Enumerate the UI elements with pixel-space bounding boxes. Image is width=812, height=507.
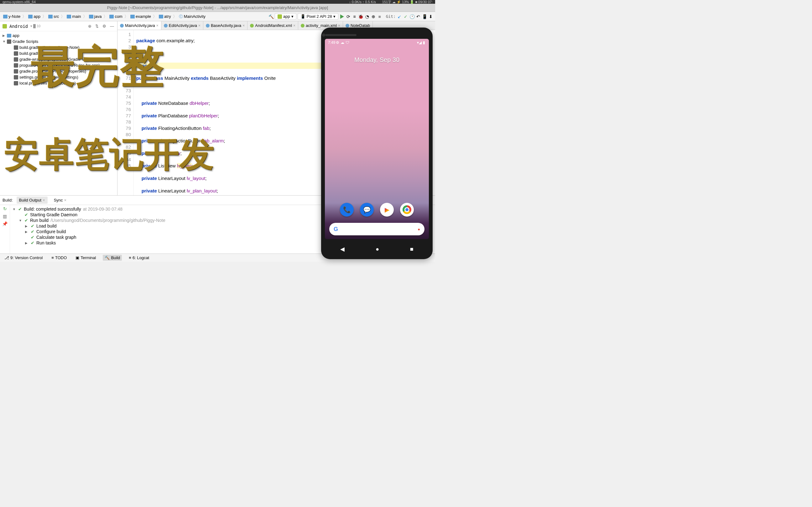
terminal-tab[interactable]: ▣ Terminal bbox=[73, 255, 98, 261]
play-store-icon[interactable]: ▶ bbox=[380, 203, 394, 217]
emulator-window[interactable]: 7:49 ⚙ ☁ 🛡 ▾◢ ▮ Monday, Sep 30 📞 💬 ▶ G ●… bbox=[321, 27, 433, 259]
hide-icon[interactable]: — bbox=[109, 23, 115, 29]
breadcrumb: y-Note〉 app〉 src〉 main〉 java〉 com〉 examp… bbox=[2, 13, 207, 20]
logcat-tab[interactable]: ≡ 6: Logcat bbox=[127, 255, 151, 261]
device-label: Pixel 2 API 28 bbox=[307, 14, 332, 19]
bc-root[interactable]: y-Note bbox=[2, 13, 21, 19]
close-icon[interactable]: × bbox=[156, 23, 158, 28]
git-commit-icon[interactable]: ✓ bbox=[403, 14, 408, 19]
home-button[interactable]: ● bbox=[375, 246, 379, 252]
hammer-icon[interactable]: 🔨 bbox=[268, 14, 273, 19]
back-button[interactable]: ◀ bbox=[340, 246, 345, 252]
locate-icon[interactable]: ⊕ bbox=[87, 23, 92, 29]
google-search-bar[interactable]: G ● bbox=[329, 223, 424, 235]
main-toolbar: y-Note〉 app〉 src〉 main〉 java〉 com〉 examp… bbox=[0, 12, 435, 21]
tree-item[interactable]: build.gradle (Project: Piggy-Note) bbox=[0, 45, 117, 50]
shield-icon: 🛡 bbox=[346, 40, 349, 45]
camera-icon bbox=[322, 34, 325, 37]
attach-icon[interactable]: ⊕ bbox=[371, 14, 376, 19]
profile-icon[interactable]: ◔ bbox=[365, 14, 370, 19]
build-output-tab[interactable]: Build Output× bbox=[16, 196, 48, 204]
build-label: Build: bbox=[2, 198, 13, 203]
bc-main[interactable]: main bbox=[65, 13, 82, 19]
run-config-dropdown[interactable]: app ▾ bbox=[275, 13, 296, 20]
tree-item[interactable]: gradle-wrapper.properties (Gradle Versio… bbox=[0, 56, 117, 62]
bc-example[interactable]: example bbox=[129, 13, 152, 19]
gradle-file-icon bbox=[14, 45, 18, 50]
cloud-icon: ☁ bbox=[341, 40, 344, 45]
expand-icon[interactable]: ⇅ bbox=[95, 23, 99, 29]
java-icon bbox=[346, 24, 349, 27]
bc-app[interactable]: app bbox=[27, 13, 42, 19]
java-icon bbox=[206, 24, 210, 27]
close-icon[interactable]: × bbox=[293, 23, 295, 28]
rerun-icon[interactable]: ↻ bbox=[2, 206, 7, 211]
tree-item[interactable]: settings.gradle (Project Settings) bbox=[0, 74, 117, 80]
vcs-tab[interactable]: ⎇ 9: Version Control bbox=[2, 255, 45, 261]
stop-icon[interactable]: ■ bbox=[377, 14, 382, 19]
vm-title: qemu-system-x86_64 bbox=[2, 0, 36, 4]
chevron-down-icon: ▾ bbox=[333, 14, 336, 19]
android-icon bbox=[2, 24, 7, 29]
close-icon[interactable]: × bbox=[338, 23, 340, 28]
sidebar-title[interactable]: Android bbox=[9, 24, 28, 29]
gradle-file-icon bbox=[14, 75, 18, 79]
chrome-app-icon[interactable] bbox=[400, 203, 414, 217]
phone-app-icon[interactable]: 📞 bbox=[340, 203, 354, 217]
tree-item[interactable]: build.gradle (Module: app) bbox=[0, 50, 117, 56]
line-gutter: 1235462677071727374757677787980818283848… bbox=[117, 30, 134, 195]
project-sidebar: Android ▾ █ 10 ⊕ ⇅ ⚙ — ▶app ▼Gradle Scri… bbox=[0, 21, 117, 195]
mic-icon[interactable]: ● bbox=[418, 227, 420, 232]
android-icon bbox=[277, 14, 282, 19]
file-icon bbox=[14, 63, 18, 68]
project-tree: ▶app ▼Gradle Scripts build.gradle (Proje… bbox=[0, 31, 117, 87]
tab-baseactivity[interactable]: BaseActivity.java× bbox=[203, 21, 248, 30]
tree-app[interactable]: ▶app bbox=[0, 33, 117, 39]
folder-icon bbox=[48, 15, 53, 18]
folder-icon bbox=[67, 15, 71, 18]
java-icon bbox=[120, 24, 124, 27]
settings-icon[interactable]: ⚙ bbox=[102, 23, 107, 29]
run-button[interactable] bbox=[340, 14, 345, 19]
tab-mainactivity[interactable]: MainActivity.java× bbox=[117, 21, 161, 30]
tab-editactivity[interactable]: EditActivity.java× bbox=[161, 21, 203, 30]
bc-com[interactable]: com bbox=[108, 13, 124, 19]
tree-item[interactable]: proguard-rules.pro (ProGuard Rules for a… bbox=[0, 62, 117, 68]
emulator-screen[interactable]: 7:49 ⚙ ☁ 🛡 ▾◢ ▮ Monday, Sep 30 📞 💬 ▶ G ● bbox=[325, 39, 429, 239]
git-update-icon[interactable]: ↙ bbox=[397, 14, 402, 19]
status-right: 151字 ☁ ⚡ 13% 🔋 ■ 09/30 07: bbox=[382, 0, 433, 4]
recents-button[interactable]: ■ bbox=[410, 246, 413, 252]
tab-manifest[interactable]: AndroidManifest.xml× bbox=[248, 21, 298, 30]
apply-code-icon[interactable]: ≡ bbox=[352, 14, 357, 19]
git-label: Git: bbox=[386, 14, 396, 19]
git-history-icon[interactable]: 🕐 bbox=[409, 14, 414, 19]
bc-atry[interactable]: atry bbox=[158, 13, 172, 19]
bc-java[interactable]: java bbox=[88, 13, 103, 19]
build-tab[interactable]: 🔨 Build bbox=[103, 255, 122, 261]
speaker-icon bbox=[325, 34, 356, 36]
bc-class[interactable]: ⒸMainActivity bbox=[177, 13, 207, 20]
bc-src[interactable]: src bbox=[47, 13, 60, 19]
tree-item[interactable]: local.properties (SDK Location) bbox=[0, 80, 117, 86]
debug-button[interactable]: 🐞 bbox=[358, 14, 363, 19]
pin-icon[interactable]: 📌 bbox=[2, 221, 7, 226]
device-dropdown[interactable]: 📱 Pixel 2 API 28 ▾ bbox=[298, 13, 338, 20]
tree-gradle-scripts[interactable]: ▼Gradle Scripts bbox=[0, 39, 117, 45]
tree-item[interactable]: gradle.properties (Project Properties) bbox=[0, 68, 117, 74]
messages-app-icon[interactable]: 💬 bbox=[360, 203, 374, 217]
battery-icon: ▮ bbox=[423, 40, 425, 45]
status-bar: 7:49 ⚙ ☁ 🛡 ▾◢ ▮ bbox=[325, 39, 429, 46]
sync-tab[interactable]: Sync× bbox=[51, 196, 69, 204]
folder-icon bbox=[159, 15, 163, 18]
sdk-icon[interactable]: ⬇ bbox=[428, 14, 433, 19]
close-icon[interactable]: × bbox=[243, 23, 245, 28]
run-config-label: app bbox=[283, 14, 290, 19]
filter-icon[interactable]: ▥ bbox=[2, 214, 7, 219]
todo-tab[interactable]: ≡ TODO bbox=[50, 255, 68, 261]
gradle-icon bbox=[7, 40, 11, 44]
avd-icon[interactable]: 📱 bbox=[422, 14, 427, 19]
apply-changes-icon[interactable]: ⟳ bbox=[346, 14, 351, 19]
phone-notch bbox=[325, 31, 429, 39]
git-revert-icon[interactable]: ↶ bbox=[416, 14, 421, 19]
close-icon[interactable]: × bbox=[198, 23, 201, 28]
